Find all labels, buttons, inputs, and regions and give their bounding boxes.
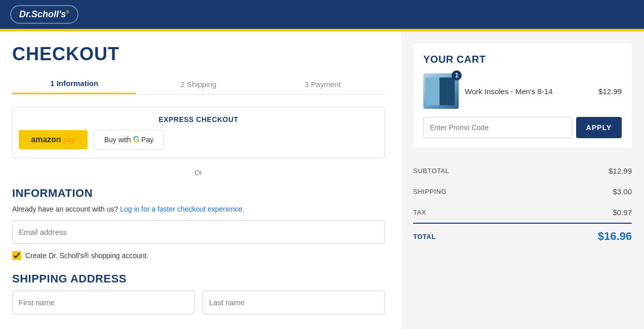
logo-text: Dr.Scholl's® — [19, 9, 69, 20]
subtotal-value: $12.99 — [609, 167, 632, 175]
product-img-detail-2 — [439, 77, 455, 105]
create-account-row: Create Dr. Scholl's® shopping account. — [12, 251, 385, 260]
shipping-value: $3.00 — [613, 187, 632, 196]
login-link[interactable]: Log in for a faster checkout experience. — [120, 205, 244, 213]
total-label: TOTAL — [413, 233, 436, 240]
cart-card: YOUR CART 1 Work Insoles - Men's 8-14 $1… — [413, 44, 632, 148]
cart-item-price: $12.99 — [598, 87, 622, 96]
first-name-field[interactable] — [12, 291, 194, 314]
express-buttons: amazon pay Buy with G Pay — [19, 130, 378, 150]
express-checkout-section: EXPRESS CHECKOUT amazon pay Buy with G P… — [12, 107, 385, 158]
logo[interactable]: Dr.Scholl's® — [10, 5, 78, 24]
apply-promo-button[interactable]: APPLY — [576, 117, 622, 138]
step-2-number: 2 — [181, 80, 185, 89]
shipping-address-title: SHIPPING ADDRESS — [12, 272, 385, 285]
shipping-row: SHIPPING $3.00 — [413, 181, 632, 202]
step-payment[interactable]: 3 Payment — [261, 75, 385, 94]
gpay-label: Buy with — [104, 136, 131, 144]
cart-item: 1 Work Insoles - Men's 8-14 $12.99 — [423, 73, 622, 109]
google-pay-button[interactable]: Buy with G Pay — [94, 130, 165, 150]
order-summary: SUBTOTAL $12.99 SHIPPING $3.00 TAX $0.97… — [413, 160, 632, 249]
amazon-text: amazon — [31, 135, 61, 144]
product-image-wrap: 1 — [423, 73, 459, 109]
promo-code-input[interactable] — [423, 117, 572, 138]
last-name-field[interactable] — [203, 291, 385, 314]
email-field[interactable] — [12, 220, 385, 244]
page-body: CHECKOUT 1 Information 2 Shipping 3 Paym… — [0, 31, 644, 329]
name-row — [12, 291, 385, 321]
subtotal-label: SUBTOTAL — [413, 167, 449, 175]
page-title: CHECKOUT — [12, 44, 385, 65]
cart-item-details: Work Insoles - Men's 8-14 — [465, 87, 592, 96]
create-account-label[interactable]: Create Dr. Scholl's® shopping account. — [25, 252, 148, 260]
order-summary-column: YOUR CART 1 Work Insoles - Men's 8-14 $1… — [401, 31, 644, 329]
site-header: Dr.Scholl's® — [0, 0, 644, 31]
account-prompt-text: Already have an account with us? — [12, 205, 118, 213]
total-value: $16.96 — [598, 230, 632, 243]
checkout-steps: 1 Information 2 Shipping 3 Payment — [12, 74, 385, 95]
gpay-brand: Pay — [141, 136, 153, 144]
subtotal-row: SUBTOTAL $12.99 — [413, 160, 632, 181]
logo-reg: ® — [66, 10, 69, 15]
cart-title: YOUR CART — [423, 54, 622, 65]
account-prompt: Already have an account with us? Log in … — [12, 205, 385, 213]
google-g-icon: G — [133, 135, 139, 144]
amazon-smile-icon: pay — [63, 136, 75, 144]
checkout-form-column: CHECKOUT 1 Information 2 Shipping 3 Paym… — [0, 31, 401, 329]
tax-value: $0.97 — [613, 208, 632, 217]
cart-item-name: Work Insoles - Men's 8-14 — [465, 87, 592, 96]
shipping-label: SHIPPING — [413, 188, 447, 195]
create-account-checkbox[interactable] — [12, 251, 21, 260]
step-information[interactable]: 1 Information — [12, 74, 136, 94]
express-checkout-title: EXPRESS CHECKOUT — [19, 115, 378, 124]
quantity-badge: 1 — [452, 70, 462, 80]
step-1-number: 1 — [50, 79, 54, 88]
total-row: TOTAL $16.96 — [413, 223, 632, 249]
step-1-label: Information — [57, 79, 99, 88]
information-section-title: INFORMATION — [12, 187, 385, 200]
step-3-label: Payment — [311, 80, 341, 89]
step-3-number: 3 — [304, 80, 308, 89]
tax-label: TAX — [413, 209, 426, 216]
step-shipping[interactable]: 2 Shipping — [136, 75, 260, 94]
or-divider: Or — [12, 169, 385, 177]
tax-row: TAX $0.97 — [413, 202, 632, 223]
amazon-pay-button[interactable]: amazon pay — [19, 130, 88, 149]
promo-row: APPLY — [423, 117, 622, 138]
step-2-label: Shipping — [187, 80, 216, 89]
